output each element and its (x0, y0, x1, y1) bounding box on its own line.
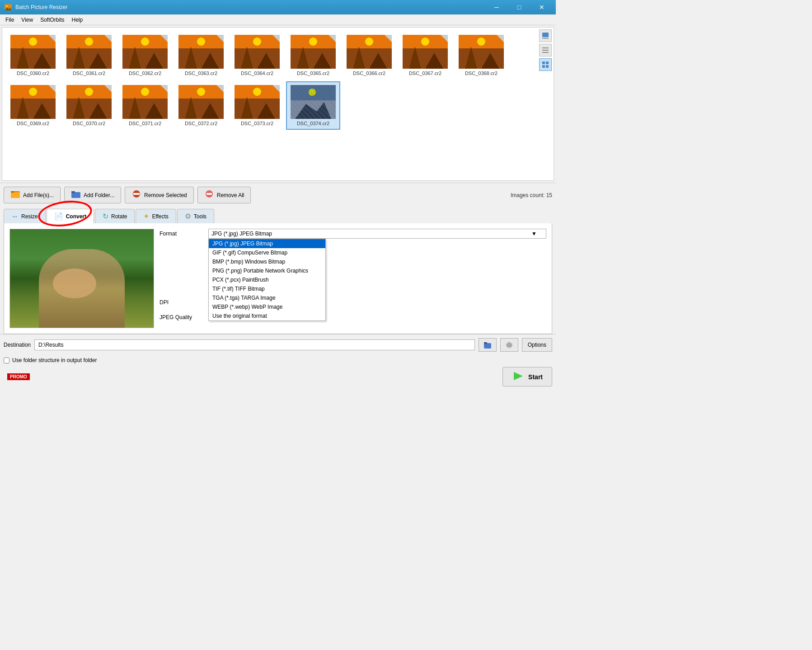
svg-rect-10 (542, 65, 545, 68)
file-item-12[interactable]: DSC_0372.cr2 (174, 81, 228, 130)
menu-help[interactable]: Help (68, 16, 87, 24)
rotate-tab-icon: ↻ (103, 212, 108, 221)
svg-rect-14 (11, 191, 14, 193)
file-name-1: DSC_0361.cr2 (73, 71, 105, 76)
convert-panel: Format JPG (*.jpg) JPEG Bitmap ▼ JPG (*.… (4, 223, 552, 334)
file-item-6[interactable]: DSC_0366.cr2 (342, 31, 396, 80)
close-button[interactable]: ✕ (531, 0, 552, 14)
minimize-button[interactable]: ─ (486, 0, 507, 14)
file-name-11: DSC_0371.cr2 (129, 121, 161, 126)
jpeg-quality-label: JPEG Quality (160, 312, 205, 320)
settings-panel: Format JPG (*.jpg) JPEG Bitmap ▼ JPG (*.… (160, 229, 546, 328)
svg-rect-8 (542, 61, 545, 64)
destination-bar: Destination Options (0, 334, 556, 355)
dpi-label: DPI (160, 297, 205, 306)
menu-view[interactable]: View (18, 16, 37, 24)
file-name-7: DSC_0367.cr2 (409, 71, 441, 76)
tab-resize-label: Resize (21, 213, 38, 220)
format-dropdown[interactable]: JPG (*.jpg) JPEG Bitmap GIF (*.gif) Comp… (208, 239, 326, 321)
file-item-2[interactable]: DSC_0362.cr2 (118, 31, 172, 80)
maximize-button[interactable]: □ (509, 0, 530, 14)
file-item-13[interactable]: DSC_0373.cr2 (230, 81, 284, 130)
svg-rect-4 (542, 38, 549, 39)
format-option-1[interactable]: GIF (*.gif) CompuServe Bitmap (209, 248, 325, 257)
file-item-0[interactable]: DSC_0360.cr2 (6, 31, 60, 80)
svg-rect-22 (484, 342, 487, 344)
main-toolbar: Add File(s)... Add Folder... Remove Sele… (0, 183, 556, 207)
format-select-display[interactable]: JPG (*.jpg) JPEG Bitmap ▼ (208, 229, 546, 239)
file-item-4[interactable]: DSC_0364.cr2 (230, 31, 284, 80)
file-grid-inner: DSC_0360.cr2 DSC_0361.cr2 DSC_0362.cr2 D… (6, 31, 550, 130)
destination-label: Destination (4, 342, 31, 348)
start-icon (512, 371, 525, 382)
svg-marker-24 (514, 372, 523, 380)
start-row: PROMO Start (0, 365, 556, 388)
file-item-1[interactable]: DSC_0361.cr2 (62, 31, 116, 80)
tab-resize[interactable]: ↔ Resize (4, 209, 46, 223)
tab-effects-label: Effects (152, 213, 168, 220)
format-option-2[interactable]: BMP (*.bmp) Windows Bitmap (209, 257, 325, 266)
file-item-3[interactable]: DSC_0363.cr2 (174, 31, 228, 80)
tab-convert[interactable]: 📄 Convert (47, 209, 94, 223)
preview-image (9, 229, 154, 328)
file-name-10: DSC_0370.cr2 (73, 121, 105, 126)
options-button[interactable]: Options (522, 338, 552, 352)
format-select-container: JPG (*.jpg) JPEG Bitmap ▼ JPG (*.jpg) JP… (208, 229, 546, 239)
file-name-8: DSC_0368.cr2 (465, 71, 498, 76)
tab-tools[interactable]: ⚙ Tools (177, 209, 214, 223)
remove-all-icon (204, 190, 214, 200)
format-option-4[interactable]: PCX (*.pcx) PaintBrush (209, 275, 325, 284)
tools-tab-icon: ⚙ (185, 212, 191, 221)
file-item-11[interactable]: DSC_0371.cr2 (118, 81, 172, 130)
format-control: JPG (*.jpg) JPEG Bitmap ▼ JPG (*.jpg) JP… (208, 229, 546, 239)
format-option-8[interactable]: Use the original format (209, 311, 325, 320)
app-icon (4, 3, 13, 12)
svg-rect-11 (546, 65, 549, 68)
remove-selected-button[interactable]: Remove Selected (125, 187, 194, 203)
tab-effects[interactable]: ✦ Effects (136, 209, 176, 223)
file-name-3: DSC_0363.cr2 (185, 71, 217, 76)
file-item-10[interactable]: DSC_0370.cr2 (62, 81, 116, 130)
large-icons-view-btn[interactable] (539, 29, 552, 42)
svg-rect-6 (542, 50, 549, 51)
start-button[interactable]: Start (502, 367, 552, 386)
folder-structure-checkbox[interactable] (4, 358, 9, 363)
destination-browse-button[interactable] (479, 338, 497, 352)
format-option-6[interactable]: TGA (*.tga) TARGA Image (209, 293, 325, 302)
tabs: ↔ Resize 📄 Convert ↻ Rotate ✦ Effects ⚙ … (0, 207, 556, 223)
effects-tab-icon: ✦ (143, 212, 149, 221)
remove-all-button[interactable]: Remove All (197, 187, 251, 203)
format-option-7[interactable]: WEBP (*.webp) WebP Image (209, 302, 325, 311)
file-name-13: DSC_0373.cr2 (241, 121, 273, 126)
window-controls: ─ □ ✕ (486, 0, 552, 14)
menu-file[interactable]: File (2, 16, 18, 24)
destination-input[interactable] (34, 339, 475, 350)
file-item-5[interactable]: DSC_0365.cr2 (286, 31, 340, 80)
svg-rect-13 (11, 192, 20, 198)
convert-tab-icon: 📄 (54, 212, 63, 221)
file-grid[interactable]: DSC_0360.cr2 DSC_0361.cr2 DSC_0362.cr2 D… (2, 27, 554, 181)
svg-rect-20 (207, 193, 212, 195)
grid-view-btn[interactable] (539, 58, 552, 71)
menu-softorbits[interactable]: SoftOrbits (37, 16, 68, 24)
svg-point-1 (6, 5, 8, 7)
format-option-5[interactable]: TIF (*.tif) TIFF Bitmap (209, 284, 325, 293)
svg-rect-9 (546, 61, 549, 64)
add-files-label: Add File(s)... (23, 192, 54, 198)
list-view-btn[interactable] (539, 44, 552, 57)
destination-gear-button[interactable] (500, 338, 518, 352)
file-item-8[interactable]: DSC_0368.cr2 (454, 31, 508, 80)
add-folder-icon (71, 190, 81, 200)
file-item-9[interactable]: DSC_0369.cr2 (6, 81, 60, 130)
add-files-button[interactable]: Add File(s)... (4, 187, 61, 203)
add-folder-button[interactable]: Add Folder... (64, 187, 121, 203)
format-option-0[interactable]: JPG (*.jpg) JPEG Bitmap (209, 239, 325, 248)
tab-rotate[interactable]: ↻ Rotate (95, 209, 135, 223)
file-item-14[interactable]: DSC_0374.cr2 (286, 81, 340, 130)
tab-rotate-label: Rotate (111, 213, 127, 220)
format-option-3[interactable]: PNG (*.png) Portable Network Graphics (209, 266, 325, 275)
view-controls (537, 28, 554, 73)
file-item-7[interactable]: DSC_0367.cr2 (398, 31, 452, 80)
svg-rect-16 (71, 191, 75, 193)
main-content: DSC_0360.cr2 DSC_0361.cr2 DSC_0362.cr2 D… (0, 25, 556, 443)
